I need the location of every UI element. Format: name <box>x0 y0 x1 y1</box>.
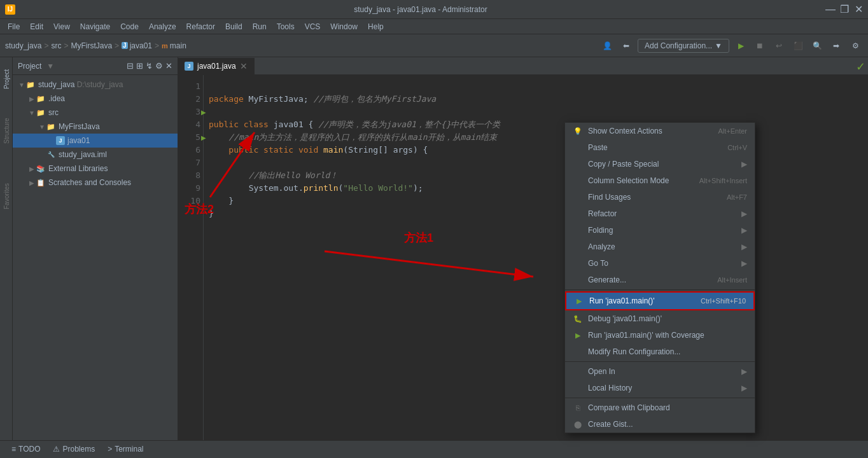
menu-vcs[interactable]: VCS <box>300 21 326 32</box>
ctx-run-coverage[interactable]: ▶ Run 'java01.main()' with Coverage <box>565 327 755 344</box>
menu-run[interactable]: Run <box>248 21 272 32</box>
left-icon-structure[interactable]: Structure <box>1 112 12 150</box>
hide-icon[interactable]: ✕ <box>165 61 172 71</box>
coverage-button[interactable]: ⬛ <box>790 38 806 53</box>
ctx-generate[interactable]: Generate... Alt+Insert <box>565 272 755 288</box>
menu-navigate[interactable]: Navigate <box>75 21 115 32</box>
profile-button[interactable]: 👤 <box>599 38 615 53</box>
ctx-local-history[interactable]: Local History ▶ <box>565 380 755 396</box>
search-everywhere-button[interactable]: 🔍 <box>809 38 825 53</box>
ctx-open-in[interactable]: Open In ▶ <box>565 363 755 380</box>
goto-icon <box>573 258 583 268</box>
ctx-goto[interactable]: Go To ▶ <box>565 255 755 272</box>
method-icon: m <box>162 42 168 50</box>
tree-item-java01[interactable]: J java01 <box>13 134 178 148</box>
ctx-compare-clipboard[interactable]: ⎘ Compare with Clipboard <box>565 399 755 416</box>
tree-item-src[interactable]: ▼ 📁 src <box>13 106 178 120</box>
tree-label-src: src <box>48 108 59 117</box>
run-class-gutter-btn[interactable]: ▶ <box>201 106 206 118</box>
breadcrumb-project[interactable]: study_java <box>5 41 41 50</box>
navigate-back-button[interactable]: ⬅ <box>619 38 634 53</box>
tree-item-myfirstjava[interactable]: ▼ 📁 MyFirstJava <box>13 120 178 134</box>
add-configuration-button[interactable]: Add Configuration... ▼ <box>638 39 729 53</box>
left-icon-project[interactable]: Project <box>1 60 12 98</box>
window-title: study_java - java01.java - Administrator <box>354 5 487 14</box>
ctx-goto-label: Go To <box>588 259 608 268</box>
ctx-copy-paste-special[interactable]: Copy / Paste Special ▶ <box>565 156 755 172</box>
ctx-analyze-arrow: ▶ <box>741 242 747 251</box>
code-content[interactable]: package MyFirstJava; //声明包，包名为MyFirstJav… <box>204 75 868 440</box>
breadcrumb-file[interactable]: java01 <box>130 41 152 50</box>
menu-file[interactable]: File <box>3 21 25 32</box>
ctx-compare-label: Compare with Clipboard <box>588 403 670 412</box>
reload-button[interactable]: ↩ <box>771 38 787 53</box>
tree-label-ext-libs: External Libraries <box>48 164 108 173</box>
ctx-show-context[interactable]: 💡 Show Context Actions Alt+Enter <box>565 123 755 139</box>
run-button[interactable]: ▶ <box>733 38 748 53</box>
menu-tools[interactable]: Tools <box>272 21 300 32</box>
editor-tab-java01[interactable]: J java01.java ✕ <box>178 58 255 74</box>
menu-help[interactable]: Help <box>363 21 389 32</box>
tree-item-ext-libs[interactable]: ▶ 📚 External Libraries <box>13 162 178 176</box>
ctx-separator-2 <box>565 361 755 362</box>
tab-problems[interactable]: ⚠ Problems <box>46 441 101 459</box>
ctx-local-history-left: Local History <box>573 383 632 393</box>
navigate-forward-button[interactable]: ➡ <box>829 38 844 53</box>
ctx-refactor[interactable]: Refactor ▶ <box>565 205 755 222</box>
ctx-debug-label: Debug 'java01.main()' <box>588 314 662 323</box>
menu-analyze[interactable]: Analyze <box>144 21 181 32</box>
run-main-gutter-btn[interactable]: ▶ <box>201 131 206 144</box>
check-mark: ✓ <box>853 57 868 76</box>
menu-window[interactable]: Window <box>325 21 363 32</box>
close-button[interactable]: ✕ <box>854 5 863 14</box>
tree-item-idea[interactable]: ▶ 📁 .idea <box>13 92 178 106</box>
stop-button[interactable]: ⏹ <box>752 38 767 53</box>
ctx-column-selection[interactable]: Column Selection Mode Alt+Shift+Insert <box>565 172 755 189</box>
ctx-separator-1 <box>565 289 755 290</box>
collapse-all-icon[interactable]: ⊟ <box>127 61 134 71</box>
ctx-run[interactable]: ▶ Run 'java01.main()' Ctrl+Shift+F10 <box>566 293 753 309</box>
breadcrumb-method[interactable]: main <box>170 41 186 50</box>
breadcrumb-method-wrapper: m main <box>162 41 186 50</box>
maximize-button[interactable]: ❐ <box>840 5 849 14</box>
menu-code[interactable]: Code <box>115 21 144 32</box>
breadcrumb-sep1: > <box>44 41 48 50</box>
ctx-gist-left: ⬤ Create Gist... <box>573 419 633 429</box>
scroll-from-source-icon[interactable]: ↯ <box>146 61 153 71</box>
gear-icon[interactable]: ⚙ <box>155 61 163 71</box>
project-panel-dropdown[interactable]: ▼ <box>46 62 54 71</box>
tab-todo-label: TODO <box>18 445 40 454</box>
menu-view[interactable]: View <box>48 21 75 32</box>
ctx-goto-left: Go To <box>573 258 608 268</box>
menu-build[interactable]: Build <box>220 21 248 32</box>
tab-close-java01[interactable]: ✕ <box>240 61 248 71</box>
menu-refactor[interactable]: Refactor <box>181 21 220 32</box>
title-left: IJ <box>5 4 15 15</box>
ctx-modify-run[interactable]: Modify Run Configuration... <box>565 344 755 360</box>
tree-item-scratches[interactable]: ▶ 📋 Scratches and Consoles <box>13 176 178 190</box>
ctx-open-in-left: Open In <box>573 366 615 377</box>
code-editor[interactable]: 1 2 3 4 5 6 7 8 9 10 ▶ ▶ package MyFirst… <box>178 75 868 440</box>
left-icon-favorites[interactable]: Favorites <box>1 177 12 215</box>
expand-all-icon[interactable]: ⊞ <box>136 61 143 71</box>
ctx-find-usages[interactable]: Find Usages Alt+F7 <box>565 189 755 205</box>
open-in-icon <box>573 366 583 377</box>
ctx-folding[interactable]: Folding ▶ <box>565 222 755 239</box>
ctx-create-gist[interactable]: ⬤ Create Gist... <box>565 416 755 433</box>
settings-button[interactable]: ⚙ <box>848 38 863 53</box>
ctx-analyze[interactable]: Analyze ▶ <box>565 239 755 255</box>
ctx-debug[interactable]: 🐛 Debug 'java01.main()' <box>565 310 755 327</box>
minimize-button[interactable]: — <box>826 5 835 14</box>
tree-item-iml[interactable]: 🔧 study_java.iml <box>13 148 178 162</box>
analyze-icon <box>573 242 583 252</box>
breadcrumb-package[interactable]: MyFirstJava <box>71 41 112 50</box>
breadcrumb-src[interactable]: src <box>51 41 61 50</box>
ctx-paste[interactable]: Paste Ctrl+V <box>565 139 755 156</box>
menu-edit[interactable]: Edit <box>25 21 48 32</box>
breadcrumb-sep4: > <box>155 41 159 50</box>
tab-terminal[interactable]: > Terminal <box>101 441 150 459</box>
tab-todo[interactable]: ≡ TODO <box>5 441 46 459</box>
ctx-generate-left: Generate... <box>573 275 626 285</box>
ctx-refactor-left: Refactor <box>573 209 617 219</box>
tree-item-root[interactable]: ▼ 📁 study_java D:\study_java <box>13 78 178 92</box>
